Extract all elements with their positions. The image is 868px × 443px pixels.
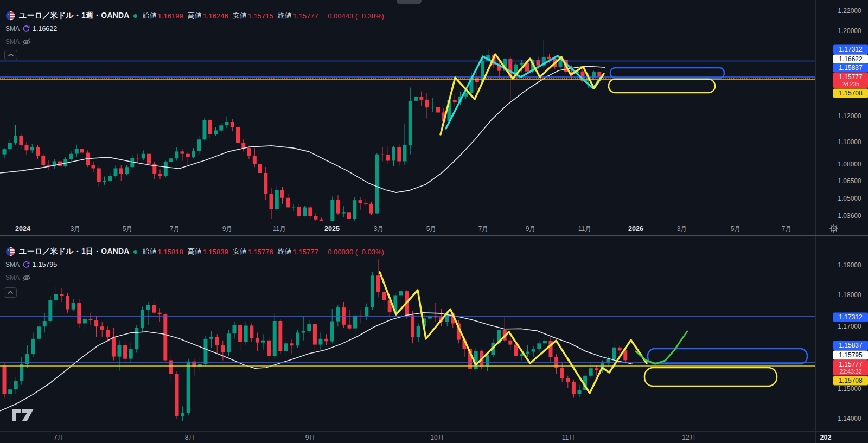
candle-body — [336, 307, 340, 322]
candle-body — [77, 303, 81, 324]
window-drag-handle[interactable] — [397, 0, 422, 4]
candle-body — [147, 154, 151, 164]
symbol-row: ユーロ／米ドル・1週・OANDA 始値1.16199 高値1.16246 安値1… — [5, 9, 384, 22]
candle-body — [290, 343, 294, 345]
time-axis-daily[interactable]: 7月8月9月10月11月12月202 — [0, 431, 868, 443]
candle-body — [256, 338, 259, 343]
candle-body — [97, 168, 101, 182]
eye-off-icon[interactable] — [22, 274, 31, 281]
candle-body — [108, 176, 112, 181]
weekly-pane[interactable] — [0, 40, 815, 225]
market-status-dot[interactable] — [133, 14, 137, 18]
candle-body — [186, 154, 190, 157]
candle-body — [264, 173, 267, 194]
pane-legend-weekly: ユーロ／米ドル・1週・OANDA 始値1.16199 高値1.16246 安値1… — [5, 9, 384, 48]
candle-body — [364, 203, 368, 204]
ohlc-values: 始値1.16199 高値1.16246 安値1.15715 終値1.15777 … — [143, 11, 384, 21]
candle-body — [135, 328, 138, 349]
candle-body — [103, 181, 106, 182]
price-label-blue[interactable]: 1.15837 — [833, 63, 868, 73]
price-label-red[interactable]: 1.1577722:43:32 — [833, 360, 868, 376]
candle-body — [100, 326, 104, 330]
price-label-white[interactable]: 1.16622 — [833, 55, 868, 64]
candle-body — [324, 339, 328, 342]
price-label-white[interactable]: 1.15795 — [833, 351, 868, 360]
candle-body — [578, 390, 582, 394]
price-label-yellow[interactable]: 1.15708 — [833, 89, 868, 98]
tradingview-logo[interactable] — [11, 407, 35, 425]
candle-body — [313, 324, 317, 345]
candle-body — [181, 151, 184, 153]
gear-icon[interactable] — [828, 223, 839, 236]
symbol-title[interactable]: ユーロ／米ドル・1日・OANDA — [19, 247, 130, 256]
indicator-row-sma2[interactable]: SMA — [5, 271, 384, 284]
loop-icon[interactable] — [22, 261, 30, 268]
candle-body — [215, 337, 219, 345]
candle-body — [399, 291, 403, 295]
candle-body — [83, 319, 87, 324]
candle-body — [241, 143, 245, 149]
loop-icon[interactable] — [22, 25, 30, 33]
price-label-red[interactable]: 1.157772d 23h — [833, 73, 868, 88]
symbol-title[interactable]: ユーロ／米ドル・1週・OANDA — [19, 11, 130, 21]
eye-off-icon[interactable] — [22, 38, 31, 46]
rectangle-drawing-yellow[interactable] — [644, 368, 777, 386]
sma-line[interactable] — [0, 66, 605, 192]
candle-body — [163, 314, 167, 361]
rectangle-drawing-yellow[interactable] — [609, 79, 715, 93]
time-tick: 202 — [820, 434, 832, 441]
candle-body — [280, 190, 284, 198]
collapse-pane-button[interactable] — [4, 50, 17, 60]
candle-body — [386, 155, 390, 161]
open-label: 始値 — [143, 247, 157, 256]
candle-body — [48, 300, 52, 322]
price-label-blue[interactable]: 1.17312 — [833, 313, 868, 322]
time-tick: 3月 — [374, 224, 384, 234]
price-label-blue[interactable]: 1.17312 — [833, 45, 868, 54]
candle-body — [537, 343, 541, 349]
candle-body — [106, 330, 110, 337]
candle-body — [425, 100, 429, 107]
price-label-yellow[interactable]: 1.15708 — [833, 376, 868, 386]
candle-body — [297, 207, 301, 216]
candle-body — [118, 345, 122, 357]
time-tick: 7月 — [782, 224, 792, 234]
candle-body — [80, 149, 84, 152]
candle-body — [267, 341, 271, 356]
candle-body — [54, 294, 58, 300]
candle-body — [197, 139, 201, 151]
high-label: 高値 — [188, 247, 202, 256]
rectangle-drawing-blue[interactable] — [648, 349, 807, 364]
time-tick: 11月 — [562, 433, 575, 442]
candle-body — [66, 296, 69, 310]
time-tick: 5月 — [123, 224, 133, 234]
indicator-value: 1.16622 — [33, 25, 57, 33]
candle-body — [169, 158, 173, 162]
time-axis-weekly[interactable]: 20243月5月7月9月11月20253月5月7月9月11月20263月5月7月 — [0, 222, 868, 235]
candle-body — [526, 352, 529, 355]
candle-body — [365, 307, 368, 316]
candle-body — [142, 154, 145, 159]
indicator-row-sma1[interactable]: SMA 1.16622 — [5, 22, 384, 35]
rectangle-drawing-blue[interactable] — [610, 68, 724, 78]
candle-body — [342, 307, 346, 325]
candle-body — [381, 155, 385, 155]
indicator-row-sma1[interactable]: SMA 1.15795 — [5, 258, 384, 271]
candle-body — [238, 325, 242, 342]
open-value: 1.15818 — [158, 248, 183, 256]
candle-body — [353, 316, 357, 329]
market-status-dot[interactable] — [133, 250, 137, 254]
candle-body — [8, 143, 12, 150]
high-label: 高値 — [188, 11, 202, 21]
ohlc-values: 始値1.15818 高値1.15839 安値1.15776 終値1.15777 … — [143, 247, 384, 256]
candle-body — [181, 413, 184, 416]
indicator-row-sma2[interactable]: SMA — [5, 35, 384, 48]
candle-body — [375, 155, 379, 214]
curve-drawing-green[interactable] — [636, 331, 687, 364]
candle-body — [187, 362, 190, 413]
candle-body — [409, 101, 412, 145]
price-label-blue[interactable]: 1.15837 — [833, 341, 868, 350]
low-value: 1.15715 — [248, 12, 273, 20]
collapse-pane-button[interactable] — [4, 287, 17, 298]
pane-resize-divider[interactable] — [0, 235, 868, 236]
